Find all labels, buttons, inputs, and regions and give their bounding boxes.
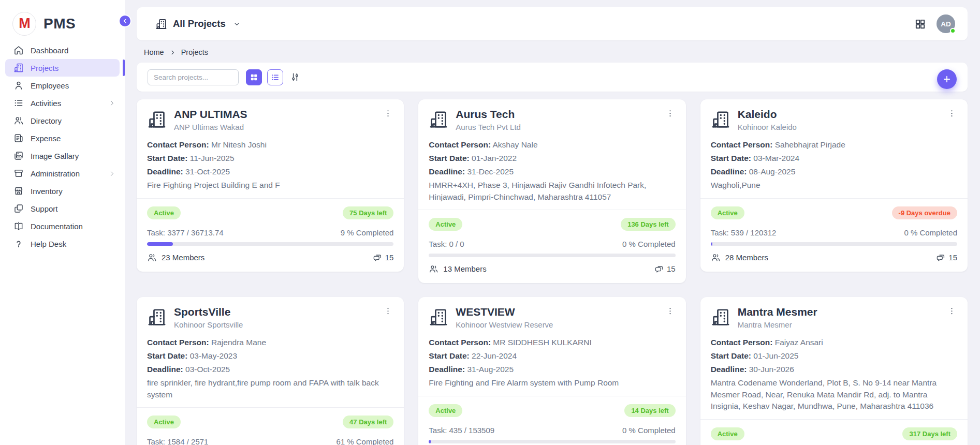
building-icon — [711, 110, 730, 129]
project-description: fire sprinkler, fire hydrant,fire pump r… — [147, 377, 393, 400]
add-project-button[interactable] — [937, 69, 957, 89]
card-menu-button[interactable] — [665, 306, 676, 319]
sidebar-item-expense[interactable]: Expense — [5, 129, 120, 147]
deadline-label: Deadline: — [429, 365, 465, 374]
contact-label: Contact Person: — [429, 140, 491, 149]
project-subtitle: Kohinoor Sportsville — [174, 320, 243, 329]
members-count[interactable]: 13 Members — [429, 264, 486, 274]
days-left-badge: 14 Days left — [624, 404, 675, 417]
task-count: Task: 3377 / 36713.74 — [147, 228, 224, 237]
sidebar-item-administration[interactable]: Administration — [5, 165, 120, 182]
percent-completed: 61 % Completed — [336, 437, 393, 445]
main-content: All Projects AD Home Projects ANP ULTI — [125, 0, 980, 445]
comments-count[interactable]: 15 — [936, 253, 957, 262]
comments-count[interactable]: 15 — [373, 253, 394, 262]
app-title: PMS — [43, 16, 76, 32]
page-title: All Projects — [173, 18, 226, 29]
members-count[interactable]: 23 Members — [147, 253, 204, 262]
days-left-badge: 317 Days left — [902, 427, 957, 440]
card-menu-button[interactable] — [946, 306, 957, 319]
sidebar-item-label: Directory — [31, 116, 62, 125]
chat-count-label: 15 — [385, 253, 394, 262]
contact-label: Contact Person: — [147, 338, 209, 347]
sidebar-item-image-gallary[interactable]: Image Gallary — [5, 147, 120, 165]
building-icon — [711, 307, 730, 327]
comments-count[interactable]: 15 — [654, 264, 676, 274]
deadline-value: 30-Jun-2026 — [749, 365, 794, 374]
members-icon — [711, 253, 721, 262]
project-description: HMRR+4XH, Phase 3, Hinjawadi Rajiv Gandh… — [429, 180, 675, 203]
sidebar-item-label: Activities — [31, 99, 61, 108]
sidebar-item-help-desk[interactable]: Help Desk — [5, 235, 120, 253]
project-selector-dropdown[interactable]: All Projects — [155, 18, 241, 30]
project-info: Contact Person: Sahebhajrat Pirjade Star… — [711, 138, 957, 191]
question-icon — [13, 239, 24, 249]
search-input[interactable] — [148, 69, 239, 85]
sidebar-item-directory[interactable]: Directory — [5, 112, 120, 129]
avatar-initials: AD — [941, 20, 951, 28]
project-info: Contact Person: Faiyaz Ansari Start Date… — [711, 336, 957, 412]
card-menu-button[interactable] — [665, 108, 676, 121]
sidebar-item-activities[interactable]: Activities — [5, 94, 120, 112]
status-badge: Active — [711, 427, 744, 440]
project-title: SportsVille — [174, 306, 243, 318]
sidebar-item-label: Projects — [31, 64, 58, 72]
people-icon — [13, 115, 24, 126]
deadline-value: 08-Aug-2025 — [749, 167, 796, 176]
card-menu-button[interactable] — [383, 306, 393, 319]
project-title: ANP ULTIMAS — [174, 108, 247, 121]
contact-label: Contact Person: — [147, 140, 209, 149]
start-date-value: 01-Jan-2022 — [472, 154, 517, 162]
building-icon — [429, 307, 448, 327]
chat-icon — [936, 253, 946, 262]
start-date-label: Start Date: — [711, 351, 751, 360]
filter-button[interactable] — [290, 72, 300, 82]
sidebar-item-inventory[interactable]: Inventory — [5, 182, 120, 200]
sidebar-item-dashboard[interactable]: Dashboard — [5, 41, 120, 59]
project-card: SportsVille Kohinoor Sportsville Contact… — [137, 297, 404, 445]
building-icon — [147, 110, 167, 129]
status-badge: Active — [429, 218, 462, 231]
list-view-button[interactable] — [267, 69, 283, 85]
progress-fill — [147, 242, 173, 246]
home-icon — [13, 45, 24, 55]
progress-bar — [429, 440, 675, 443]
sidebar-item-documentation[interactable]: Documentation — [5, 217, 120, 235]
apps-grid-icon[interactable] — [914, 18, 926, 30]
percent-completed: 0 % Completed — [622, 426, 676, 435]
start-date-value: 22-Jun-2024 — [472, 351, 517, 360]
sidebar-item-support[interactable]: Support — [5, 200, 120, 217]
sidebar-item-label: Image Gallary — [31, 152, 79, 160]
grid-view-button[interactable] — [246, 69, 262, 85]
progress-bar — [147, 242, 393, 246]
sidebar-item-projects[interactable]: Projects — [5, 59, 120, 77]
project-description: Fire Fighting and Fire Alarm system with… — [429, 377, 675, 389]
project-title: Kaleido — [738, 108, 797, 121]
start-date-label: Start Date: — [711, 154, 751, 162]
chevron-left-icon — [122, 18, 128, 24]
days-left-badge: 47 Days left — [343, 416, 393, 428]
start-date-label: Start Date: — [147, 351, 187, 360]
start-date-label: Start Date: — [429, 351, 469, 360]
deadline-label: Deadline: — [711, 167, 747, 176]
pms-logo-icon: M — [12, 12, 36, 36]
topbar: All Projects AD — [137, 7, 968, 40]
project-subtitle: Kohinoor Westview Reserve — [456, 320, 553, 329]
contact-value: Rajendra Mane — [211, 338, 266, 347]
card-menu-button[interactable] — [946, 108, 957, 121]
members-count[interactable]: 28 Members — [711, 253, 768, 262]
breadcrumb-home[interactable]: Home — [144, 48, 164, 56]
sidebar-collapse-button[interactable] — [120, 16, 130, 26]
filter-sliders-icon — [290, 72, 300, 82]
building-icon — [13, 63, 24, 73]
chat-count-label: 15 — [667, 264, 676, 273]
days-left-badge: 136 Days left — [621, 218, 676, 231]
percent-completed: 9 % Completed — [341, 228, 394, 237]
chevron-right-icon — [109, 170, 115, 177]
receipt-icon — [13, 133, 24, 143]
sidebar-item-employees[interactable]: Employees — [5, 77, 120, 94]
card-menu-button[interactable] — [383, 108, 393, 121]
project-title: WESTVIEW — [456, 306, 553, 318]
book-icon — [13, 221, 24, 231]
user-avatar[interactable]: AD — [937, 14, 955, 33]
